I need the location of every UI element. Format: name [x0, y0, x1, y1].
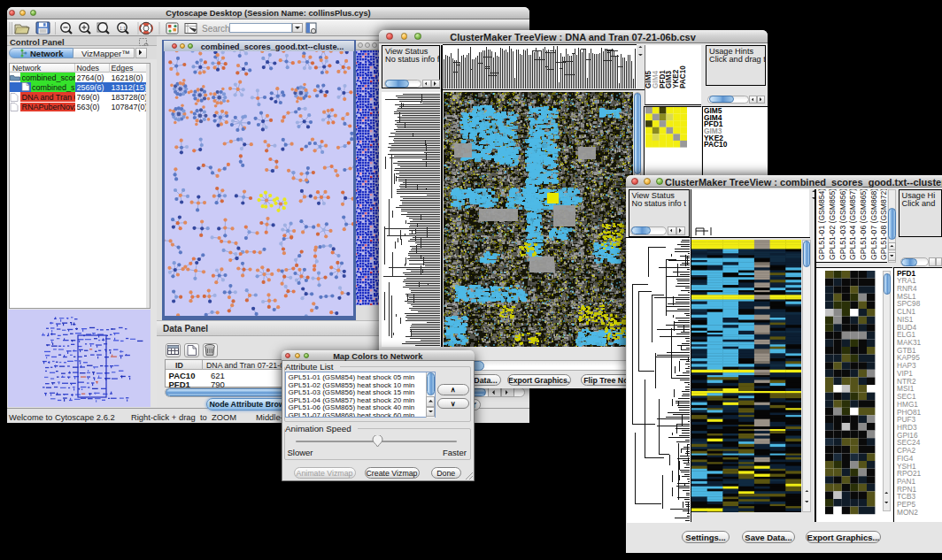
svg-text:GPL51-01 (GSM854): GPL51-01 (GSM854) — [817, 189, 826, 260]
svg-text:GPL51-07 (GSM868): GPL51-07 (GSM868) — [869, 189, 877, 260]
svg-text:GPL51-03 (GSM856): GPL51-03 (GSM856) — [838, 189, 846, 260]
svg-text:GPL51-04 (GSM857): GPL51-04 (GSM857) — [848, 189, 857, 260]
svg-text:GPL51-06 (GSM865): GPL51-06 (GSM865) — [859, 189, 868, 260]
svg-text:1:1: 1:1 — [120, 26, 126, 31]
svg-text:PAC10: PAC10 — [679, 65, 687, 88]
svg-text:GPL51-08 (GSM872): GPL51-08 (GSM872) — [879, 189, 887, 260]
svg-text:GPL51-02 (GSM855): GPL51-02 (GSM855) — [827, 189, 836, 260]
